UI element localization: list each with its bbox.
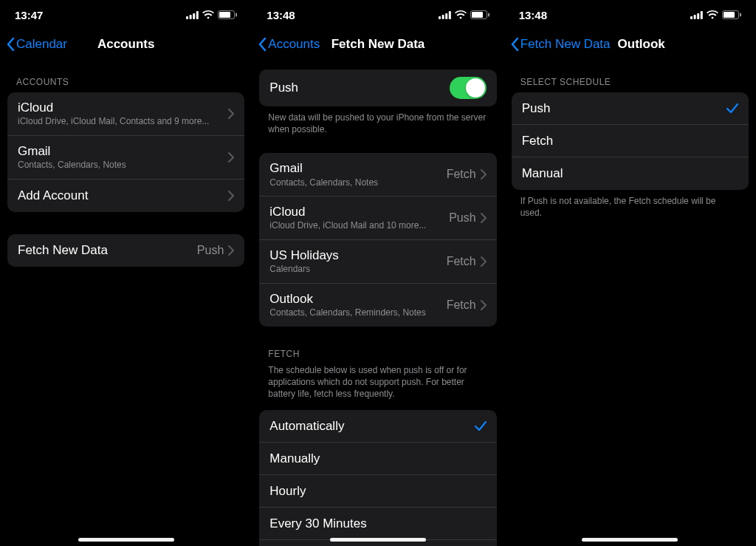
svg-rect-7	[439, 16, 441, 19]
section-header-accounts: ACCOUNTS	[7, 59, 244, 92]
push-list: Push	[259, 69, 496, 106]
panel-accounts: 13:47 Calendar Accounts ACCOUNTS iCloud …	[0, 0, 252, 546]
row-value: Fetch	[447, 298, 476, 312]
nav-title: Outlook	[618, 37, 665, 52]
svg-rect-13	[488, 13, 489, 17]
nav-title: Accounts	[97, 37, 154, 52]
chevron-left-icon	[6, 37, 15, 52]
schedule-option-row[interactable]: Automatically	[259, 410, 496, 443]
wifi-icon	[202, 10, 214, 19]
back-button[interactable]: Calendar	[6, 37, 67, 52]
schedule-option-row[interactable]: Push	[512, 92, 749, 125]
status-time: 13:47	[15, 9, 43, 21]
row-value: Fetch	[447, 255, 476, 268]
svg-rect-5	[219, 12, 230, 18]
chevron-left-icon	[510, 37, 519, 52]
chevron-right-icon	[228, 109, 234, 119]
account-row[interactable]: Add Account	[7, 180, 244, 212]
row-label: Every 30 Minutes	[269, 516, 486, 531]
row-sublabel: Contacts, Calendars, Notes	[269, 177, 446, 189]
fetch-footer-top: The schedule below is used when push is …	[259, 364, 496, 411]
schedule-option-row[interactable]: Every 30 Minutes	[259, 508, 496, 540]
account-row[interactable]: US Holidays Calendars Fetch	[259, 240, 496, 284]
battery-icon	[470, 10, 489, 19]
account-row[interactable]: Outlook Contacts, Calendars, Reminders, …	[259, 284, 496, 327]
row-label: Manually	[269, 451, 486, 466]
schedule-options-list: Automatically Manually Hourly Every 30 M…	[259, 410, 496, 546]
svg-rect-6	[236, 13, 237, 17]
row-label: Gmail	[269, 160, 446, 176]
status-bar: 13:48	[252, 0, 504, 30]
schedule-option-row[interactable]: Fetch	[512, 125, 749, 157]
section-header-schedule: SELECT SCHEDULE	[512, 59, 749, 92]
status-right	[690, 10, 741, 19]
row-label: Fetch New Data	[18, 242, 197, 258]
svg-rect-8	[441, 15, 444, 19]
cellular-icon	[439, 11, 451, 19]
check-icon	[726, 103, 738, 114]
fetch-list: Fetch New Data Push	[7, 234, 244, 267]
wifi-icon	[707, 10, 718, 19]
row-sublabel: iCloud Drive, iCloud Mail, Contacts and …	[18, 116, 228, 128]
home-indicator[interactable]	[78, 538, 174, 542]
status-bar: 13:48	[504, 0, 756, 30]
schedule-option-row[interactable]: Manual	[512, 157, 749, 190]
fetch-new-data-row[interactable]: Fetch New Data Push	[7, 234, 244, 267]
row-label: Push	[522, 100, 726, 116]
push-toggle[interactable]	[450, 77, 487, 99]
row-label: Hourly	[269, 483, 486, 499]
chevron-right-icon	[228, 152, 234, 163]
push-toggle-row[interactable]: Push	[259, 69, 496, 106]
row-label: Automatically	[269, 418, 474, 434]
chevron-left-icon	[258, 37, 267, 52]
chevron-right-icon	[481, 300, 487, 310]
svg-rect-3	[196, 11, 199, 19]
back-button[interactable]: Accounts	[258, 37, 320, 52]
account-row[interactable]: iCloud iCloud Drive, iCloud Mail and 10 …	[259, 197, 496, 240]
account-row[interactable]: Gmail Contacts, Calendars, Notes Fetch	[259, 153, 496, 197]
section-header-fetch: FETCH	[259, 327, 496, 364]
chevron-right-icon	[481, 256, 487, 267]
row-sublabel: Calendars	[269, 264, 446, 276]
svg-rect-1	[190, 15, 192, 19]
schedule-option-row[interactable]: Hourly	[259, 475, 496, 508]
row-value: Push	[449, 211, 475, 225]
svg-rect-15	[694, 15, 696, 19]
svg-rect-14	[690, 16, 693, 19]
row-label: Manual	[522, 165, 738, 181]
row-sublabel: Contacts, Calendars, Notes	[18, 160, 228, 171]
push-footer: New data will be pushed to your iPhone f…	[259, 106, 496, 135]
home-indicator[interactable]	[582, 538, 678, 542]
status-time: 13:48	[267, 9, 295, 21]
schedule-option-row[interactable]: Manually	[259, 443, 496, 475]
account-row[interactable]: Gmail Contacts, Calendars, Notes	[7, 136, 244, 180]
schedule-footer: If Push is not available, the Fetch sche…	[512, 190, 749, 219]
svg-rect-9	[445, 13, 447, 19]
back-label: Accounts	[268, 37, 320, 52]
svg-rect-17	[701, 11, 703, 19]
status-right	[186, 10, 237, 19]
row-sublabel: Contacts, Calendars, Reminders, Notes	[269, 307, 446, 319]
account-row[interactable]: iCloud iCloud Drive, iCloud Mail, Contac…	[7, 92, 244, 136]
back-button[interactable]: Fetch New Data	[510, 37, 611, 52]
nav-bar: Accounts Fetch New Data	[252, 30, 504, 59]
row-sublabel: iCloud Drive, iCloud Mail and 10 more...	[269, 220, 449, 232]
battery-icon	[722, 10, 741, 19]
panel-outlook: 13:48 Fetch New Data Outlook SELECT SCHE…	[504, 0, 756, 546]
svg-rect-10	[448, 11, 450, 19]
chevron-right-icon	[481, 169, 487, 180]
status-time: 13:48	[519, 9, 547, 21]
accounts-list: iCloud iCloud Drive, iCloud Mail, Contac…	[7, 92, 244, 212]
svg-rect-19	[724, 12, 735, 18]
row-label: US Holidays	[269, 248, 446, 263]
status-right	[439, 10, 489, 19]
cellular-icon	[186, 11, 199, 19]
home-indicator[interactable]	[330, 538, 426, 542]
svg-rect-20	[740, 13, 741, 17]
back-label: Fetch New Data	[520, 37, 611, 52]
battery-icon	[218, 10, 237, 19]
schedule-options-list: Push Fetch Manual	[512, 92, 749, 190]
svg-rect-12	[472, 12, 483, 18]
row-value: Push	[197, 244, 224, 257]
svg-rect-16	[697, 13, 699, 19]
